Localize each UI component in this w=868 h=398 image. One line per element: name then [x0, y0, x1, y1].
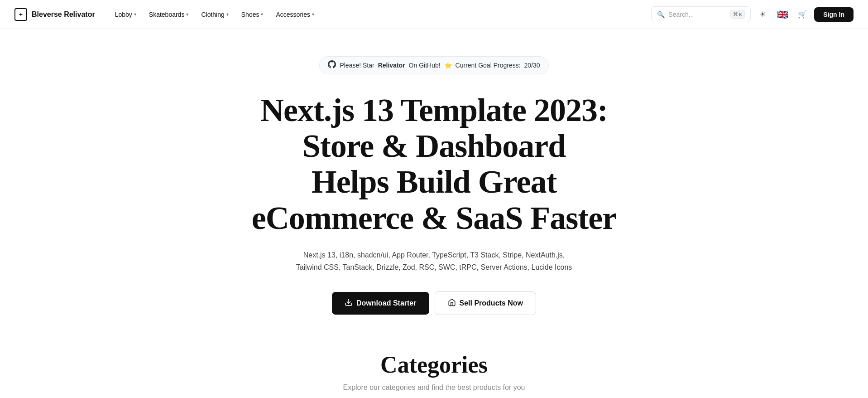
categories-title: Categories	[36, 351, 832, 378]
cart-button[interactable]: 🛒	[794, 6, 810, 23]
nav-item-shoes[interactable]: Shoes ▾	[236, 7, 269, 22]
hero-title: Next.js 13 Template 2023: Store & Dashbo…	[230, 92, 638, 236]
main-content: Please! Star Relivator On GitHub! ⭐ Curr…	[0, 29, 868, 398]
nav-items: Lobby ▾ Skateboards ▾ Clothing ▾ Shoes ▾…	[110, 7, 320, 22]
language-selector-button[interactable]: 🇬🇧	[774, 6, 791, 23]
github-icon	[328, 60, 336, 70]
search-placeholder: Search...	[668, 11, 727, 18]
categories-subtitle: Explore our categories and find the best…	[36, 383, 832, 392]
hero-title-line1: Next.js 13 Template 2023: Store & Dashbo…	[260, 92, 608, 164]
tech-stack-line1: Next.js 13, i18n, shadcn/ui, App Router,…	[303, 251, 565, 259]
tech-stack-text: Next.js 13, i18n, shadcn/ui, App Router,…	[296, 249, 572, 273]
nav-label-accessories: Accessories	[276, 11, 310, 18]
brand-name: Bleverse Relivator	[32, 10, 95, 19]
download-icon	[345, 298, 353, 308]
cta-buttons: Download Starter Sell Products Now	[332, 291, 536, 315]
nav-label-lobby: Lobby	[115, 11, 132, 18]
chevron-down-icon: ▾	[312, 12, 314, 17]
download-starter-button[interactable]: Download Starter	[332, 292, 429, 315]
kbd-modifier: ⌘	[733, 11, 738, 17]
nav-label-skateboards: Skateboards	[149, 11, 185, 18]
nav-item-lobby[interactable]: Lobby ▾	[110, 7, 142, 22]
navbar-left: + Bleverse Relivator Lobby ▾ Skateboards…	[14, 7, 320, 22]
nav-label-shoes: Shoes	[241, 11, 259, 18]
brand-icon: +	[14, 8, 27, 21]
store-icon	[448, 298, 456, 308]
nav-item-clothing[interactable]: Clothing ▾	[196, 7, 234, 22]
star-emoji: ⭐	[444, 62, 452, 69]
sign-in-button[interactable]: Sign In	[814, 7, 854, 22]
github-banner-text-after: On GitHub!	[409, 62, 441, 69]
theme-toggle-button[interactable]: ☀	[754, 6, 771, 23]
nav-label-clothing: Clothing	[201, 11, 224, 18]
brand-logo[interactable]: + Bleverse Relivator	[14, 8, 95, 21]
categories-section: Categories Explore our categories and fi…	[18, 351, 850, 398]
search-bar[interactable]: 🔍 Search... ⌘ K	[651, 6, 751, 22]
github-banner[interactable]: Please! Star Relivator On GitHub! ⭐ Curr…	[319, 56, 548, 74]
chevron-down-icon: ▾	[261, 12, 263, 17]
chevron-down-icon: ▾	[226, 12, 229, 17]
github-banner-highlight: Relivator	[378, 62, 405, 69]
chevron-down-icon: ▾	[134, 12, 136, 17]
hero-title-line2: Helps Build Great eCommerce & SaaS Faste…	[252, 164, 616, 236]
tech-stack-line2: Tailwind CSS, TanStack, Drizzle, Zod, RS…	[296, 263, 572, 271]
nav-item-accessories[interactable]: Accessories ▾	[270, 7, 319, 22]
github-progress-value: 20/30	[524, 62, 540, 69]
sell-products-button[interactable]: Sell Products Now	[435, 291, 536, 315]
chevron-down-icon: ▾	[186, 12, 188, 17]
navbar: + Bleverse Relivator Lobby ▾ Skateboards…	[0, 0, 868, 29]
sell-products-label: Sell Products Now	[460, 299, 523, 307]
kbd-key: K	[739, 12, 742, 17]
github-banner-text-before: Please! Star	[340, 62, 374, 69]
nav-item-skateboards[interactable]: Skateboards ▾	[144, 7, 194, 22]
search-keyboard-shortcut: ⌘ K	[730, 10, 745, 19]
sun-icon: ☀	[759, 10, 766, 19]
search-icon: 🔍	[657, 11, 665, 18]
flag-icon: 🇬🇧	[777, 9, 788, 20]
github-progress-label: Current Goal Progress:	[456, 62, 521, 69]
navbar-right: 🔍 Search... ⌘ K ☀ 🇬🇧 🛒 Sign In	[651, 6, 854, 23]
download-starter-label: Download Starter	[356, 299, 416, 307]
cart-icon: 🛒	[798, 10, 807, 19]
